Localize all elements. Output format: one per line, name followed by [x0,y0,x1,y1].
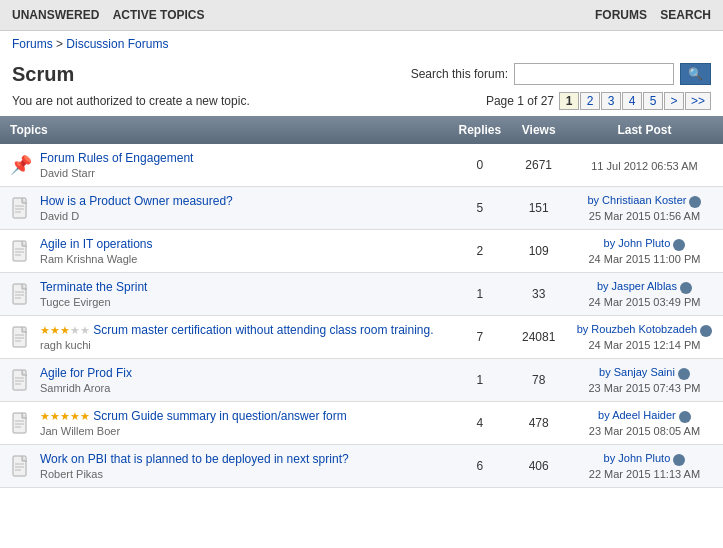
lastpost-author-link[interactable]: by Rouzbeh Kotobzadeh [577,323,697,335]
lastpost-cell: by Sanjay Saini23 Mar 2015 07:43 PM [566,359,723,402]
replies-cell: 1 [448,273,511,316]
col-topics: Topics [0,116,448,144]
lastpost-by: by Sanjay Saini [576,366,713,379]
auth-pagination-row: You are not authorized to create a new t… [0,90,723,116]
doc-icon [10,281,32,307]
topic-content: ★★★★★ Scrum master certification without… [40,323,438,351]
replies-cell: 4 [448,402,511,445]
topic-title[interactable]: Work on PBI that is planned to be deploy… [40,452,349,466]
document-svg [12,326,30,348]
col-replies: Replies [448,116,511,144]
topic-author: Ram Krishna Wagle [40,253,438,265]
forums-link[interactable]: FORUMS [595,8,647,22]
doc-icon [10,195,32,221]
topic-title[interactable]: Agile in IT operations [40,237,153,251]
topic-title[interactable]: Scrum master certification without atten… [93,323,433,337]
replies-cell: 6 [448,445,511,488]
lastpost-author-link[interactable]: by John Pluto [604,452,671,464]
replies-cell: 0 [448,144,511,187]
document-svg [12,369,30,391]
page-btn-4[interactable]: 4 [622,92,642,110]
document-svg [12,412,30,434]
lastpost-cell: by Christiaan Koster25 Mar 2015 01:56 AM [566,187,723,230]
breadcrumb-forums[interactable]: Forums [12,37,53,51]
document-svg [12,283,30,305]
topic-title[interactable]: Scrum Guide summary in question/answer f… [93,409,346,423]
pagination: Page 1 of 27 1 2 3 4 5 > >> [486,92,711,110]
lastpost-author-link[interactable]: by Sanjay Saini [599,366,675,378]
topic-content: Work on PBI that is planned to be deploy… [40,452,438,480]
top-nav-right: FORUMS SEARCH [585,8,711,22]
search-button[interactable]: 🔍 [680,63,711,85]
topic-title[interactable]: Forum Rules of Engagement [40,151,193,165]
document-svg [12,240,30,262]
pagination-info: Page 1 of 27 [486,94,554,108]
lastpost-date: 23 Mar 2015 07:43 PM [576,382,713,394]
lastpost-date: 25 Mar 2015 01:56 AM [576,210,713,222]
lastpost-by: by John Pluto [576,452,713,465]
lastpost-by: by Adeel Haider [576,409,713,422]
search-link[interactable]: SEARCH [660,8,711,22]
search-area: Search this forum: 🔍 [411,63,711,85]
topic-title[interactable]: Terminate the Sprint [40,280,147,294]
page-btn-last[interactable]: >> [685,92,711,110]
lastpost-date: 11 Jul 2012 06:53 AM [576,160,713,172]
lastpost-author-link[interactable]: by John Pluto [604,237,671,249]
table-row: Work on PBI that is planned to be deploy… [0,445,723,488]
lastpost-cell: 11 Jul 2012 06:53 AM [566,144,723,187]
topic-cell: Agile for Prod Fix Samridh Arora [0,359,448,401]
page-btn-1[interactable]: 1 [559,92,579,110]
profile-icon [680,282,692,294]
table-row: How is a Product Owner measured? David D… [0,187,723,230]
document-svg [12,455,30,477]
top-nav-left: UNANSWERED ACTIVE TOPICS [12,8,214,22]
doc-icon [10,367,32,393]
page-header: Scrum Search this forum: 🔍 [0,57,723,90]
profile-icon [678,368,690,380]
lastpost-by: by Rouzbeh Kotobzadeh [576,323,713,336]
breadcrumb-discussion-forums[interactable]: Discussion Forums [66,37,168,51]
topic-author: Samridh Arora [40,382,438,394]
doc-icon [10,238,32,264]
topic-cell: ★★★★★ Scrum Guide summary in question/an… [0,402,448,444]
views-cell: 24081 [512,316,566,359]
topic-content: ★★★★★ Scrum Guide summary in question/an… [40,409,438,437]
lastpost-cell: by John Pluto22 Mar 2015 11:13 AM [566,445,723,488]
replies-cell: 5 [448,187,511,230]
views-cell: 406 [512,445,566,488]
topic-cell: ★★★★★ Scrum master certification without… [0,316,448,358]
active-topics-link[interactable]: ACTIVE TOPICS [113,8,205,22]
breadcrumb: Forums > Discussion Forums [0,31,723,57]
table-row: ★★★★★ Scrum Guide summary in question/an… [0,402,723,445]
forum-table: Topics Replies Views Last Post 📌 Forum R… [0,116,723,488]
page-btn-next[interactable]: > [664,92,684,110]
topic-content: Terminate the Sprint Tugce Evirgen [40,280,438,308]
table-row: Agile for Prod Fix Samridh Arora 178by S… [0,359,723,402]
topic-title[interactable]: How is a Product Owner measured? [40,194,233,208]
search-input[interactable] [514,63,674,85]
lastpost-by: by John Pluto [576,237,713,250]
lastpost-date: 23 Mar 2015 08:05 AM [576,425,713,437]
doc-icon [10,324,32,350]
lastpost-by: by Christiaan Koster [576,194,713,207]
search-label: Search this forum: [411,67,508,81]
page-btn-3[interactable]: 3 [601,92,621,110]
page-title: Scrum [12,63,74,86]
lastpost-author-link[interactable]: by Adeel Haider [598,409,676,421]
lastpost-date: 24 Mar 2015 11:00 PM [576,253,713,265]
doc-icon [10,453,32,479]
lastpost-author-link[interactable]: by Jasper Alblas [597,280,677,292]
unanswered-link[interactable]: UNANSWERED [12,8,99,22]
page-btn-5[interactable]: 5 [643,92,663,110]
views-cell: 151 [512,187,566,230]
lastpost-date: 22 Mar 2015 11:13 AM [576,468,713,480]
table-row: Agile in IT operations Ram Krishna Wagle… [0,230,723,273]
pin-icon: 📌 [10,152,32,178]
star-rating: ★★★★★ [40,410,90,423]
page-btn-2[interactable]: 2 [580,92,600,110]
topic-author: David D [40,210,438,222]
profile-icon [673,239,685,251]
document-svg [12,197,30,219]
topic-title[interactable]: Agile for Prod Fix [40,366,132,380]
lastpost-author-link[interactable]: by Christiaan Koster [587,194,686,206]
